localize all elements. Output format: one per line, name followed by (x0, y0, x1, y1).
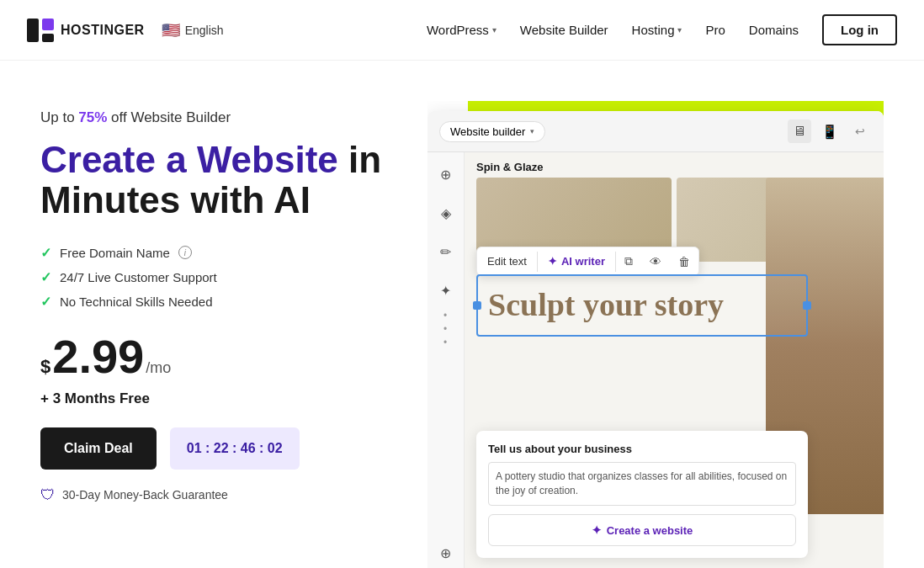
main-content: Up to 75% off Website Builder Create a W… (0, 61, 924, 568)
text-block[interactable]: Sculpt your story (476, 274, 808, 337)
nav-hosting[interactable]: Hosting ▾ (632, 23, 682, 37)
feature-3: ✓ No Technical Skills Needed (40, 294, 394, 310)
features-list: ✓ Free Domain Name i ✓ 24/7 Live Custome… (40, 245, 394, 310)
price-amount: 2.99 (52, 333, 144, 380)
builder-canvas: Spin & Glaze Edit text (465, 152, 884, 568)
ai-writer-label: AI writer (561, 255, 605, 268)
svg-rect-0 (27, 19, 39, 42)
flag-icon: 🇺🇸 (162, 21, 180, 40)
nav-wordpress[interactable]: WordPress ▾ (427, 23, 497, 37)
check-icon: ✓ (40, 245, 51, 261)
hero-left: Up to 75% off Website Builder Create a W… (40, 101, 394, 504)
sculpt-text: Sculpt your story (488, 288, 796, 323)
logo[interactable]: HOSTINGER (27, 19, 145, 42)
ai-panel-title: Tell us about your business (488, 443, 796, 455)
hero-title: Create a Website in Minutes with AI (40, 140, 394, 221)
svg-rect-2 (42, 34, 54, 42)
browser-toolbar: Website builder ▾ 🖥 📱 ↩ (427, 111, 884, 152)
info-icon[interactable]: i (178, 246, 192, 259)
nav-domains[interactable]: Domains (749, 23, 799, 37)
chevron-down-icon: ▾ (677, 25, 682, 35)
desktop-view-button[interactable]: 🖥 (788, 119, 811, 143)
discount-highlight: 75% (78, 109, 107, 125)
text-block-handle-right (803, 301, 811, 310)
toolbar-tab[interactable]: Website builder ▾ (439, 121, 545, 142)
site-name-label: Spin & Glaze (476, 161, 543, 173)
guarantee-row: 🛡 30-Day Money-Back Guarantee (40, 486, 394, 504)
mobile-view-button[interactable]: 📱 (818, 119, 842, 143)
header-left: HOSTINGER 🇺🇸 English (27, 19, 224, 42)
feature-1: ✓ Free Domain Name i (40, 245, 394, 261)
dollar-sign: $ (40, 356, 50, 378)
price-line: $ 2.99 /mo (40, 333, 394, 380)
price-period: /mo (146, 359, 171, 377)
text-block-handle-left (473, 301, 481, 310)
delete-button[interactable]: 🗑 (670, 248, 698, 275)
bonus-text: + 3 Months Free (40, 390, 394, 407)
chevron-down-icon: ▾ (492, 25, 497, 35)
check-icon: ✓ (40, 269, 51, 285)
check-icon: ✓ (40, 294, 51, 310)
ai-panel: Tell us about your business A pottery st… (476, 431, 808, 558)
copy-button[interactable]: ⧉ (616, 247, 641, 275)
edit-toolbar: Edit text ✦ AI writer ⧉ 👁 🗑 (476, 247, 699, 276)
nav-website-builder[interactable]: Website Builder (520, 23, 608, 37)
preview-button[interactable]: 👁 (641, 248, 670, 275)
ai-tool[interactable]: ✦ (434, 279, 458, 302)
browser-window: Website builder ▾ 🖥 📱 ↩ ⊕ ◈ ✏ ✦ (427, 111, 884, 568)
ai-create-label: Create a website (607, 524, 693, 537)
countdown-timer: 01 : 22 : 46 : 02 (170, 427, 300, 470)
feature-2: ✓ 24/7 Live Customer Support (40, 269, 394, 285)
edit-text-button[interactable]: Edit text (477, 248, 537, 274)
header: HOSTINGER 🇺🇸 English WordPress ▾ Website… (0, 0, 924, 61)
chevron-down-icon: ▾ (530, 127, 534, 135)
edit-text-label: Edit text (487, 255, 527, 268)
ai-star-icon: ✦ (548, 255, 557, 268)
cta-row: Claim Deal 01 : 22 : 46 : 02 (40, 427, 394, 470)
language-selector[interactable]: 🇺🇸 English (162, 21, 224, 40)
ai-star-icon: ✦ (592, 523, 602, 537)
toolbar-left: Website builder ▾ (439, 121, 545, 142)
logo-text: HOSTINGER (61, 23, 145, 38)
more-tool[interactable]: ••• (434, 317, 458, 341)
guarantee-text: 30-Day Money-Back Guarantee (62, 488, 228, 502)
style-tool[interactable]: ✏ (434, 240, 458, 263)
language-label: English (185, 24, 224, 37)
login-button[interactable]: Log in (822, 14, 897, 45)
toolbar-tab-label: Website builder (450, 125, 525, 138)
toolbar-right: 🖥 📱 ↩ (788, 119, 872, 143)
claim-deal-button[interactable]: Claim Deal (40, 427, 157, 470)
hero-subtitle: Up to 75% off Website Builder (40, 109, 394, 126)
pricing: $ 2.99 /mo (40, 333, 394, 380)
layers-tool[interactable]: ◈ (434, 201, 458, 225)
ai-writer-button[interactable]: ✦ AI writer (538, 248, 615, 274)
settings-tool[interactable]: ⊕ (434, 541, 458, 565)
add-tool[interactable]: ⊕ (434, 162, 458, 186)
builder-body: ⊕ ◈ ✏ ✦ ••• ⊕ Spin & Glaze (427, 152, 884, 568)
ai-panel-description: A pottery studio that organizes classes … (488, 462, 796, 506)
ai-create-website-button[interactable]: ✦ Create a website (488, 514, 796, 546)
shield-icon: 🛡 (40, 486, 56, 504)
builder-sidebar: ⊕ ◈ ✏ ✦ ••• ⊕ (427, 152, 465, 568)
preview-wrap: Website builder ▾ 🖥 📱 ↩ ⊕ ◈ ✏ ✦ (427, 101, 884, 568)
nav-pro[interactable]: Pro (705, 23, 725, 37)
svg-rect-1 (42, 19, 54, 30)
main-nav: WordPress ▾ Website Builder Hosting ▾ Pr… (427, 14, 897, 45)
undo-button[interactable]: ↩ (848, 119, 872, 143)
